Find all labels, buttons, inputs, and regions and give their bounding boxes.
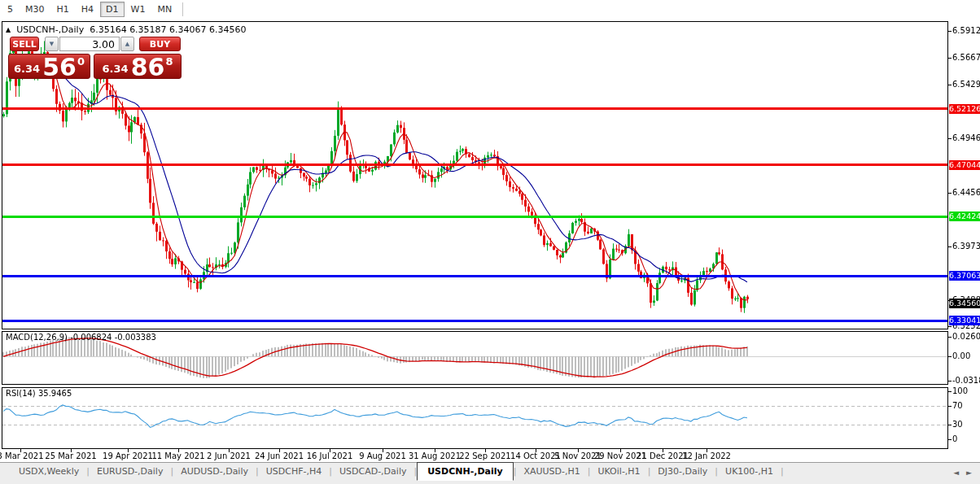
volume-input[interactable]: 3.00 <box>59 37 120 51</box>
timeframe-button-d1[interactable]: D1 <box>100 2 124 17</box>
timeframe-button-h1[interactable]: H1 <box>51 2 75 17</box>
rsi-indicator-label: RSI(14) 35.9465 <box>6 389 72 398</box>
date-label: 16 Jul 2021 <box>307 451 353 460</box>
date-label: 21 Dec 2021 <box>637 451 689 460</box>
collapse-arrow-icon[interactable]: ▲ <box>6 26 11 33</box>
timeframe-button-m30[interactable]: M30 <box>20 2 50 17</box>
sell-price-pip: 0 <box>77 55 85 68</box>
price-line-label-6.37063: 6.37063 <box>949 271 980 281</box>
tab-xauusd-h1[interactable]: XAUUSD-,H1 <box>516 463 587 479</box>
price-line-label-6.47044: 6.47044 <box>949 160 980 170</box>
chart-tabs-bar: USDX,Weekly|EURUSD-,Daily|AUDUSD-,Daily|… <box>0 462 980 484</box>
rsi-axis-label: 100 <box>952 386 968 395</box>
ohlc-values: 6.35164 6.35187 6.34067 6.34560 <box>90 24 246 35</box>
macd-axis-label: -0.03187 <box>952 376 980 385</box>
price-tick-label: 6.56670 <box>952 53 980 62</box>
timeframe-button-h4[interactable]: H4 <box>76 2 99 17</box>
tab-usdchf-h4[interactable]: USDCHF-,H4 <box>259 463 330 479</box>
date-label: 12 Jan 2022 <box>682 451 731 460</box>
macd-axis-label: 0.00 <box>952 351 970 360</box>
tab-ukoil-h1[interactable]: UKOil-,H1 <box>590 463 647 479</box>
volume-decrease-button[interactable]: ▼ <box>45 37 59 51</box>
timeframe-button-5[interactable]: 5 <box>2 2 19 17</box>
current-price-label: 6.34560 <box>949 299 980 308</box>
buy-price-display[interactable]: 6.34 86 8 <box>94 54 182 79</box>
volume-increase-button[interactable]: ▲ <box>120 37 134 51</box>
price-tick-label: 6.49460 <box>952 133 980 142</box>
sell-button[interactable]: SELL <box>10 37 39 51</box>
date-label: 22 Sep 2021 <box>459 451 510 460</box>
buy-price-prefix: 6.34 <box>103 63 129 75</box>
timeframe-button-w1[interactable]: W1 <box>125 2 151 17</box>
rsi-axis-label: 0 <box>952 434 957 443</box>
rsi-axis-label: 30 <box>952 420 963 429</box>
price-axis: 6.591206.566706.542906.494606.445606.397… <box>949 0 980 456</box>
date-label: 14 Oct 2021 <box>510 451 561 460</box>
tab-usdcnh-daily[interactable]: USDCNH-,Daily <box>417 462 513 481</box>
price-tick-label: 6.39730 <box>952 242 980 251</box>
symbol-label: USDCNH-,Daily <box>16 24 84 35</box>
sell-price-display[interactable]: 6.34 56 0 <box>8 54 90 79</box>
timeframe-button-mn[interactable]: MN <box>151 2 177 17</box>
date-label: 31 Aug 2021 <box>409 451 461 460</box>
date-label: 3 Mar 2021 <box>0 451 44 460</box>
date-label: 24 Jun 2021 <box>255 451 304 460</box>
buy-price-pip: 8 <box>165 55 173 68</box>
buy-price-main: 86 <box>131 56 165 78</box>
scroll-left-icon[interactable]: ◄ <box>953 469 959 477</box>
chart-title: ▲ USDCNH-,Daily 6.35164 6.35187 6.34067 … <box>6 24 247 35</box>
tab-uk100-h1[interactable]: UK100-,H1 <box>718 463 781 479</box>
tab-dj30-daily[interactable]: DJ30-,Daily <box>650 463 715 479</box>
tab-usdcad-daily[interactable]: USDCAD-,Daily <box>332 463 413 479</box>
macd-indicator-label: MACD(12,26,9) -0.006824 -0.003383 <box>6 333 156 342</box>
date-label: 2 Jun 2021 <box>207 451 251 460</box>
tab-usdx-weekly[interactable]: USDX,Weekly <box>11 463 86 479</box>
price-line-label-6.42424: 6.42424 <box>949 211 980 221</box>
price-line-label-6.52126: 6.52126 <box>949 104 980 114</box>
toolbar-separator <box>182 2 183 16</box>
date-label: 19 Apr 2021 <box>103 451 153 460</box>
date-label: 11 May 2021 <box>151 451 204 460</box>
macd-axis-label: 0.02607 <box>952 332 980 341</box>
timeframe-toolbar: 5M30H1H4D1W1MN <box>0 0 980 19</box>
buy-button[interactable]: BUY <box>139 37 181 51</box>
triangle-down-icon: ▼ <box>50 41 54 47</box>
price-tick-label: 6.54290 <box>952 80 980 89</box>
scroll-right-icon[interactable]: ► <box>966 469 972 477</box>
price-tick-label: 6.59120 <box>952 26 980 35</box>
time-axis: 3 Mar 202125 Mar 202119 Apr 202111 May 2… <box>0 451 948 462</box>
tab-scroll-arrows: ◄► <box>953 463 980 477</box>
sell-price-main: 56 <box>42 56 77 78</box>
price-tick-label: 6.44560 <box>952 188 980 197</box>
sell-price-prefix: 6.34 <box>14 63 40 75</box>
date-label: 9 Aug 2021 <box>359 451 406 460</box>
tab-separator: | <box>781 463 784 477</box>
tab-eurusd-daily[interactable]: EURUSD-,Daily <box>90 463 170 479</box>
date-label: 25 Mar 2021 <box>45 451 96 460</box>
rsi-axis-label: 70 <box>952 401 963 410</box>
triangle-up-icon: ▲ <box>125 41 129 47</box>
tab-audusd-daily[interactable]: AUDUSD-,Daily <box>173 463 256 479</box>
price-line-label-6.33041: 6.33041 <box>949 316 980 325</box>
